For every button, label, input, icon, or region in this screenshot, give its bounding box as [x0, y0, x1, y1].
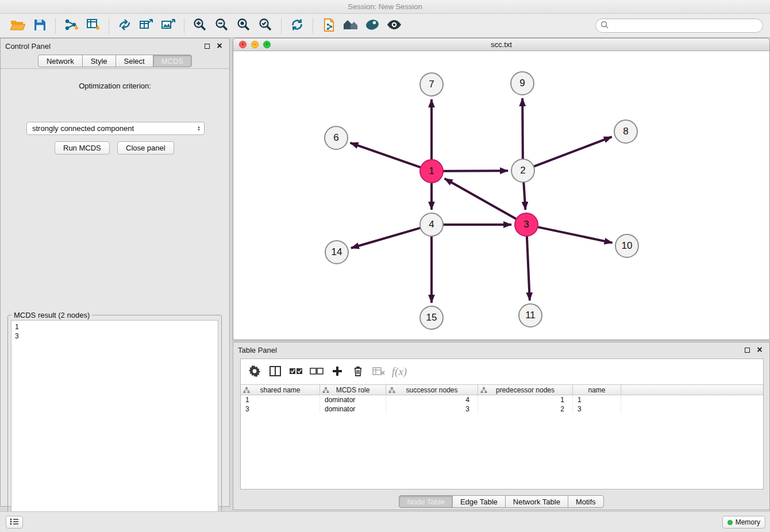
tab-select[interactable]: Select [116, 55, 153, 67]
zoom-out-icon [215, 18, 229, 33]
edge-3-1[interactable] [445, 179, 517, 219]
network-node-10[interactable]: 10 [615, 234, 639, 258]
close-icon: × [217, 41, 222, 51]
tab-node-table[interactable]: Node Table [399, 495, 453, 508]
close-panel-button-mcds[interactable]: Close panel [117, 141, 174, 155]
run-mcds-button[interactable]: Run MCDS [55, 141, 110, 155]
delete-column-button[interactable] [349, 363, 367, 380]
table-row[interactable]: 3 dominator 3 2 3 [241, 404, 763, 414]
toolbar-separator [55, 18, 56, 34]
cell-mcds-role[interactable]: dominator [320, 395, 386, 404]
cell-shared-name[interactable]: 3 [241, 404, 320, 414]
tab-network[interactable]: Network [38, 55, 83, 67]
memory-label: Memory [736, 518, 760, 526]
cell-mcds-role[interactable]: dominator [320, 404, 386, 414]
criterion-value: strongly connected component [32, 124, 197, 133]
gear-icon [249, 365, 260, 379]
network-node-3[interactable]: 3 [514, 213, 538, 237]
memory-status-icon [727, 520, 733, 525]
open-file-button[interactable] [7, 16, 29, 36]
zoom-fit-button[interactable] [233, 16, 255, 36]
network-canvas[interactable]: 7968124314101511 [233, 51, 769, 340]
network-node-15[interactable]: 15 [419, 306, 444, 330]
memory-button[interactable]: Memory [722, 516, 765, 529]
close-table-panel-button[interactable]: × [754, 345, 765, 355]
network-node-6[interactable]: 6 [324, 126, 348, 150]
task-history-button[interactable] [6, 516, 23, 529]
criterion-dropdown[interactable]: strongly connected component ▲▼ [26, 122, 205, 135]
tab-mcds[interactable]: MCDS [153, 55, 192, 67]
close-window-button[interactable]: × [239, 41, 247, 48]
edge-2-3[interactable] [523, 182, 525, 210]
tab-network-table[interactable]: Network Table [505, 495, 568, 508]
cell-predecessor-nodes[interactable]: 1 [478, 395, 573, 404]
maximize-window-button[interactable]: + [263, 41, 271, 48]
column-header-name[interactable]: name [573, 385, 621, 395]
network-node-7[interactable]: 7 [419, 72, 444, 97]
select-all-button[interactable] [287, 363, 305, 380]
network-node-11[interactable]: 11 [518, 303, 542, 327]
zoom-out-button[interactable] [211, 16, 233, 36]
edge-2-9[interactable] [522, 98, 523, 159]
table-toolbar: f(x) [241, 359, 763, 384]
tab-motifs[interactable]: Motifs [568, 495, 604, 508]
edge-3-11[interactable] [527, 236, 530, 300]
network-share-button[interactable] [114, 16, 136, 36]
fx-icon: f(x) [392, 365, 407, 378]
float-icon [745, 348, 750, 353]
style-button[interactable] [361, 16, 383, 36]
column-header-predecessor-nodes[interactable]: predecessor nodes [478, 385, 573, 395]
column-label: predecessor nodes [496, 386, 555, 394]
import-table-button[interactable] [82, 16, 104, 36]
tab-edge-table[interactable]: Edge Table [452, 495, 506, 508]
unselect-all-button[interactable] [307, 363, 326, 380]
zoom-selected-button[interactable] [255, 16, 276, 36]
export-image-button[interactable] [157, 16, 179, 36]
edge-2-8[interactable] [534, 137, 612, 167]
edge-1-6[interactable] [351, 143, 421, 168]
cell-successor-nodes[interactable]: 3 [386, 404, 478, 414]
add-column-button[interactable] [328, 363, 346, 380]
cell-name[interactable]: 3 [573, 404, 621, 414]
save-session-button[interactable] [29, 16, 51, 36]
import-network-button[interactable] [60, 16, 82, 36]
float-panel-button[interactable] [202, 41, 212, 51]
edge-3-10[interactable] [538, 227, 613, 242]
export-network-button[interactable] [136, 16, 157, 36]
column-header-mcds-role[interactable]: MCDS role [320, 385, 386, 395]
network-node-14[interactable]: 14 [325, 240, 349, 264]
minimize-window-button[interactable]: − [251, 41, 259, 48]
network-view-window: scc.txt × − + 7968124314101511 [233, 38, 770, 340]
home-button[interactable] [340, 16, 361, 36]
search-input[interactable] [611, 22, 758, 30]
main-toolbar [0, 14, 770, 38]
close-panel-button[interactable]: × [214, 41, 225, 51]
column-header-shared-name[interactable]: shared name [241, 385, 320, 395]
network-node-1[interactable]: 1 [419, 159, 444, 183]
show-hide-button[interactable] [383, 16, 405, 36]
network-share-icon [118, 18, 132, 33]
network-node-9[interactable]: 9 [510, 71, 534, 95]
zoom-in-button[interactable] [189, 16, 211, 36]
network-node-4[interactable]: 4 [419, 213, 444, 237]
status-bar: Memory [0, 511, 770, 532]
edge-1-2[interactable] [443, 171, 508, 171]
cell-successor-nodes[interactable]: 4 [386, 395, 478, 404]
cell-name[interactable]: 1 [573, 395, 621, 404]
float-table-panel-button[interactable] [742, 345, 752, 355]
show-columns-button[interactable] [266, 363, 284, 380]
edge-4-14[interactable] [351, 228, 421, 248]
refresh-button[interactable] [286, 16, 308, 36]
close-icon: × [757, 345, 762, 354]
network-node-2[interactable]: 2 [511, 159, 535, 183]
cell-shared-name[interactable]: 1 [241, 395, 320, 404]
column-header-successor-nodes[interactable]: successor nodes [386, 385, 478, 395]
cell-predecessor-nodes[interactable]: 2 [478, 404, 573, 414]
delete-table-icon [372, 367, 385, 377]
annotation-button[interactable] [318, 16, 340, 36]
table-settings-button[interactable] [245, 363, 264, 380]
table-row[interactable]: 1 dominator 4 1 1 [241, 395, 763, 404]
network-node-8[interactable]: 8 [614, 119, 638, 144]
tab-style[interactable]: Style [82, 55, 116, 67]
mcds-result-list[interactable]: 1 3 [11, 320, 218, 530]
